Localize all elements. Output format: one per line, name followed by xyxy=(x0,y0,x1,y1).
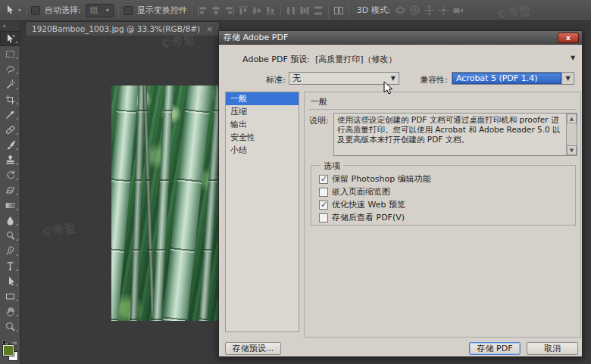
healing-brush-tool[interactable] xyxy=(0,122,20,137)
type-tool[interactable] xyxy=(0,258,20,273)
crop-tool[interactable] xyxy=(0,92,20,107)
gradient-tool[interactable] xyxy=(0,198,20,213)
canvas-bamboo-image xyxy=(111,86,220,321)
dodge-icon xyxy=(5,230,16,241)
marquee-icon xyxy=(5,48,16,60)
save-preset-button[interactable]: 存储预设... xyxy=(225,342,281,355)
section-item-output[interactable]: 输出 xyxy=(226,118,299,131)
move-icon xyxy=(5,5,16,16)
checkbox-icon[interactable] xyxy=(319,175,328,184)
options-bar: ▾ 自动选择: 组 ▾ 显示变换控件 3D 模式: xyxy=(0,0,591,21)
option-preserve-editing[interactable]: 保留 Photoshop 编辑功能 xyxy=(319,173,431,185)
checkbox-icon[interactable] xyxy=(319,201,328,210)
options-group: 选项 保留 Photoshop 编辑功能 嵌入页面缩览图 优化快速 Web 预览… xyxy=(311,165,576,226)
tool-palette: » ⇄ xyxy=(0,21,20,364)
section-item-general[interactable]: 一般 xyxy=(226,92,299,105)
dialog-close-button[interactable]: x xyxy=(558,33,579,43)
scroll-up-icon[interactable]: ▲ xyxy=(567,114,577,123)
align-vertical-centers-icon[interactable] xyxy=(252,5,262,16)
checkbox-icon[interactable] xyxy=(319,213,328,222)
watermark: ©帝盟 xyxy=(41,221,77,240)
eyedropper-tool[interactable] xyxy=(0,107,20,122)
section-item-summary[interactable]: 小结 xyxy=(226,144,299,157)
rectangular-marquee-tool[interactable] xyxy=(0,46,20,61)
auto-select-scope-value: 组 xyxy=(90,5,98,16)
rectangle-shape-tool[interactable] xyxy=(0,288,20,303)
align-top-edges-icon[interactable] xyxy=(238,5,249,16)
clone-stamp-tool[interactable] xyxy=(0,152,20,167)
dialog-title: 存储 Adobe PDF xyxy=(224,32,288,43)
save-adobe-pdf-dialog: 存储 Adobe PDF x Adobe PDF 预设: [高质量打印]（修改）… xyxy=(218,30,583,357)
stamp-icon xyxy=(5,154,16,166)
compatibility-dropdown[interactable]: Acrobat 5 (PDF 1.4) ▼ xyxy=(452,72,574,85)
option-embed-thumbnails[interactable]: 嵌入页面缩览图 xyxy=(319,186,390,198)
close-tab-icon[interactable]: × xyxy=(206,24,213,34)
auto-select-scope-dropdown[interactable]: 组 ▾ xyxy=(86,4,114,17)
dialog-title-bar[interactable]: 存储 Adobe PDF x xyxy=(219,31,582,45)
section-item-security[interactable]: 安全性 xyxy=(226,131,299,144)
photoshop-window: ▾ 自动选择: 组 ▾ 显示变换控件 3D 模式: xyxy=(0,0,591,364)
chevron-down-icon: ▾ xyxy=(18,7,21,14)
chevron-down-icon[interactable]: ▼ xyxy=(561,73,574,84)
collapse-panel-icon[interactable]: » xyxy=(0,21,20,31)
3d-roll-icon[interactable] xyxy=(409,5,421,16)
section-item-compression[interactable]: 压缩 xyxy=(226,105,299,118)
standard-value: 无 xyxy=(292,73,301,84)
blur-tool[interactable] xyxy=(0,213,20,228)
hand-tool[interactable] xyxy=(0,303,20,319)
auto-align-layers-icon[interactable] xyxy=(333,5,344,16)
save-pdf-button[interactable]: 存储 PDF xyxy=(469,342,521,355)
water-drop-icon xyxy=(5,215,16,226)
3d-pan-icon[interactable] xyxy=(424,5,435,16)
scroll-down-icon[interactable]: ▼ xyxy=(567,145,577,155)
align-horizontal-centers-icon[interactable] xyxy=(211,5,221,16)
foreground-color-swatch[interactable] xyxy=(3,345,14,356)
preset-caret-icon[interactable]: ▼ xyxy=(571,54,575,61)
align-left-edges-icon[interactable] xyxy=(197,5,208,16)
option-optimize-web[interactable]: 优化快速 Web 预览 xyxy=(319,199,405,210)
cancel-button[interactable]: 取消 xyxy=(527,342,578,355)
description-scrollbar[interactable]: ▲ ▼ xyxy=(566,114,577,155)
lasso-tool[interactable] xyxy=(0,61,20,76)
description-textbox[interactable]: 使用这些设定创建的 PDF 文档可通过桌面打印机和 proofer 进行高质量打… xyxy=(333,113,577,156)
align-bottom-edges-icon[interactable] xyxy=(265,5,276,16)
pen-nib-icon xyxy=(5,245,16,257)
description-text: 使用这些设定创建的 PDF 文档可通过桌面打印机和 proofer 进行高质量打… xyxy=(337,115,561,144)
distribute-right-edges-icon[interactable] xyxy=(313,5,324,16)
checkbox-icon[interactable] xyxy=(319,188,328,197)
distribute-horizontal-centers-icon[interactable] xyxy=(299,5,310,16)
document-tab[interactable]: 1920Bamboo_1003.jpg @ 33.3%(RGB/8#) × xyxy=(25,21,220,36)
zoom-tool[interactable] xyxy=(0,319,20,334)
3d-rotate-icon[interactable] xyxy=(395,5,406,16)
eyedropper-icon xyxy=(5,109,16,120)
divider xyxy=(328,3,329,18)
history-brush-tool[interactable] xyxy=(0,167,20,182)
distribute-left-edges-icon[interactable] xyxy=(286,5,296,16)
auto-select-label: 自动选择: xyxy=(45,5,81,16)
general-panel: 一般 说明: 使用这些设定创建的 PDF 文档可通过桌面打印机和 proofer… xyxy=(304,92,581,338)
panel-heading: 一般 xyxy=(311,96,327,107)
show-transform-checkbox[interactable] xyxy=(124,6,133,15)
magic-wand-icon xyxy=(5,79,16,90)
move-icon xyxy=(5,33,16,45)
rectangle-icon xyxy=(5,291,16,302)
move-tool-preset-icon[interactable]: ▾ xyxy=(5,5,21,16)
auto-select-checkbox[interactable] xyxy=(31,6,40,15)
eraser-tool[interactable] xyxy=(0,182,20,198)
pen-tool[interactable] xyxy=(0,243,20,258)
path-selection-tool[interactable] xyxy=(0,273,20,288)
option-label: 嵌入页面缩览图 xyxy=(332,186,390,198)
option-view-after-save[interactable]: 存储后查看 PDF(V) xyxy=(319,212,405,223)
3d-camera-icon[interactable] xyxy=(452,5,464,16)
brush-tool[interactable] xyxy=(0,137,20,152)
chevron-down-icon: ▾ xyxy=(106,7,109,14)
color-swatches xyxy=(3,345,18,362)
history-brush-icon xyxy=(5,170,16,181)
dodge-tool[interactable] xyxy=(0,228,20,243)
section-list: 一般 压缩 输出 安全性 小结 xyxy=(225,92,299,332)
preset-value[interactable]: [高质量打印]（修改） xyxy=(315,54,397,65)
move-tool[interactable] xyxy=(0,31,20,46)
align-right-edges-icon[interactable] xyxy=(224,5,235,16)
magic-wand-tool[interactable] xyxy=(0,76,20,92)
3d-slide-icon[interactable] xyxy=(438,5,449,16)
